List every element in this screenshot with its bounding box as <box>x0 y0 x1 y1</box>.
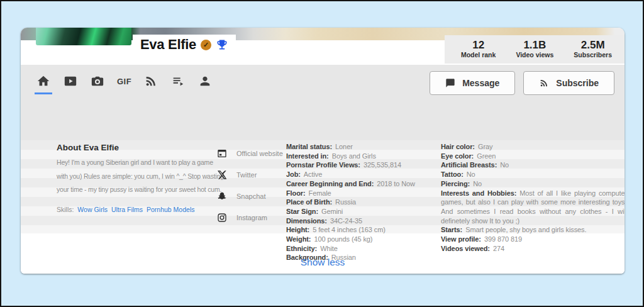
detail-label: Starts: <box>441 226 462 233</box>
skills-row: Skills: Wow Girls Ultra Films Pornhub Mo… <box>57 206 225 213</box>
detail-label: Star Sign: <box>286 208 318 215</box>
detail-label: Marital status: <box>286 143 332 150</box>
detail-row: Career Beginning and End:2018 to Now <box>286 179 443 189</box>
bio-text: Hey! I'm a young Siberian girl and I wan… <box>57 156 225 197</box>
detail-row: Pornstar Profile Views:325,535,814 <box>286 160 443 170</box>
tab-home[interactable] <box>36 74 51 89</box>
nav-tabs: GIF <box>36 74 213 89</box>
detail-row: Dimensions:34C-24-35 <box>286 216 443 226</box>
detail-label: Floor: <box>286 189 306 197</box>
detail-row: Marital status:Loner <box>286 142 443 152</box>
detail-value: Green <box>477 152 496 160</box>
show-less-link[interactable]: Show less <box>21 257 625 268</box>
model-profile-card: Eva Elfie ✓ 12 Model rank 1.1B Video vie… <box>21 28 625 274</box>
snapchat-link[interactable]: Snapchat <box>217 186 283 207</box>
detail-label: Artificial Breasts: <box>441 161 497 169</box>
about-column: About Eva Elfie Hey! I'm a young Siberia… <box>57 140 225 213</box>
detail-row: Tattoo:No <box>441 170 625 179</box>
detail-value: Loner <box>335 143 353 150</box>
detail-value: Active <box>304 170 322 178</box>
message-button[interactable]: Message <box>430 71 515 95</box>
detail-value: Russia <box>335 198 356 206</box>
detail-label: Ethnicity: <box>286 245 317 252</box>
detail-row: Floor:Female <box>286 189 443 198</box>
rss-icon <box>539 78 549 88</box>
page: Eva Elfie ✓ 12 Model rank 1.1B Video vie… <box>0 0 644 307</box>
website-icon <box>217 148 227 159</box>
twitter-x-icon <box>217 170 227 180</box>
model-title: Eva Elfie ✓ <box>133 35 236 54</box>
detail-row: Place of Birth:Russia <box>286 198 443 207</box>
about-section: About Eva Elfie Hey! I'm a young Siberia… <box>21 140 625 274</box>
detail-row: View profile:399 870 819 <box>441 235 625 244</box>
detail-label: Dimensions: <box>286 217 327 225</box>
stat-label: Model rank <box>461 51 496 59</box>
about-heading: About Eva Elfie <box>57 143 225 152</box>
skill-link[interactable]: Wow Girls <box>77 206 108 213</box>
detail-label: Interests and Hobbies: <box>441 189 516 197</box>
skill-link[interactable]: Ultra Films <box>111 206 143 213</box>
detail-value: Gray <box>478 143 492 150</box>
detail-value: 100 pounds (45 kg) <box>314 235 372 243</box>
detail-label: Height: <box>286 226 309 233</box>
verified-badge-icon: ✓ <box>201 40 211 50</box>
detail-label: Interested in: <box>286 152 329 160</box>
detail-label: Piercing: <box>441 180 470 187</box>
detail-value: White <box>320 245 338 252</box>
tab-about[interactable] <box>197 74 213 89</box>
tab-gifs[interactable]: GIF <box>117 74 131 89</box>
detail-label: Job: <box>286 170 301 178</box>
instagram-link[interactable]: Instagram <box>217 207 283 228</box>
stat-value: 1.1B <box>516 39 553 51</box>
stat-value: 12 <box>461 39 496 51</box>
detail-value: Gemini <box>321 208 343 215</box>
detail-row: Artificial Breasts:No <box>441 160 625 170</box>
detail-label: Hair color: <box>441 143 475 150</box>
snapchat-ghost-icon <box>217 191 227 201</box>
social-label: Snapchat <box>236 193 265 200</box>
model-stats: 12 Model rank 1.1B Video views 2.5M Subs… <box>445 35 625 64</box>
skill-link[interactable]: Pornhub Models <box>147 206 194 213</box>
detail-label: Pornstar Profile Views: <box>286 161 360 169</box>
banner-photo-left <box>36 28 131 45</box>
social-label: Twitter <box>236 171 257 179</box>
detail-value: 274 <box>493 245 504 252</box>
detail-label: Career Beginning and End: <box>286 180 374 187</box>
social-label: Instagram <box>236 214 267 221</box>
detail-row: Ethnicity:White <box>286 244 443 254</box>
rss-icon <box>144 74 158 88</box>
detail-value: Female <box>309 189 331 197</box>
tab-feed[interactable] <box>143 74 158 89</box>
stat-value: 2.5M <box>574 39 612 51</box>
detail-value: 34C-24-35 <box>330 217 362 225</box>
stat-subscribers: 2.5M Subscribers <box>574 39 612 64</box>
detail-value: 325,535,814 <box>364 161 401 169</box>
detail-row: Star Sign:Gemini <box>286 207 443 216</box>
social-label: Official website <box>236 150 283 157</box>
instagram-icon <box>217 213 227 223</box>
tab-playlists[interactable] <box>170 74 186 89</box>
detail-row: Videos viewed:274 <box>441 244 625 254</box>
detail-row-interests: Interests and Hobbies:Most of all I like… <box>441 189 625 226</box>
model-name: Eva Elfie <box>140 36 196 53</box>
detail-value: 5 feet 4 inches (163 cm) <box>313 226 386 233</box>
subscribe-button-label: Subscribe <box>556 78 599 88</box>
twitter-link[interactable]: Twitter <box>217 164 283 186</box>
stat-label: Subscribers <box>574 51 612 59</box>
detail-value: Boys and Girls <box>332 152 376 160</box>
subscribe-button[interactable]: Subscribe <box>523 71 614 95</box>
stat-label: Video views <box>516 51 553 59</box>
tab-photos[interactable] <box>90 74 105 89</box>
stat-model-rank: 12 Model rank <box>461 39 496 64</box>
official-website-link[interactable]: Official website <box>217 143 283 164</box>
detail-row: Starts:Smart people, shy boys and girls … <box>441 225 625 235</box>
home-icon <box>36 74 50 88</box>
video-icon <box>64 74 77 88</box>
tab-videos[interactable] <box>63 74 78 89</box>
detail-label: Weight: <box>286 235 311 243</box>
social-links-column: Official website Twitter Snapchat <box>217 143 283 228</box>
detail-label: Tattoo: <box>441 170 464 178</box>
detail-row: Interested in:Boys and Girls <box>286 152 443 161</box>
playlist-icon <box>171 74 185 88</box>
detail-row: Eye color:Green <box>441 152 625 161</box>
